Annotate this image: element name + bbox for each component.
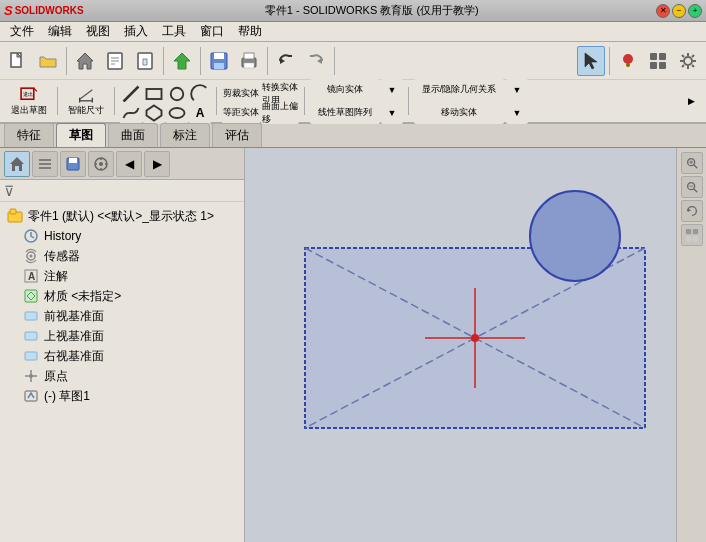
panel-toolbar: ◀ ▶ bbox=[0, 148, 244, 180]
maximize-button[interactable]: + bbox=[688, 4, 702, 18]
toolbar-separator5 bbox=[334, 47, 335, 75]
menu-file[interactable]: 文件 bbox=[4, 21, 40, 42]
save-button[interactable] bbox=[205, 46, 233, 76]
offset-button[interactable]: 等距实体 bbox=[222, 102, 260, 124]
ellipse-tool[interactable] bbox=[166, 102, 188, 124]
show-hide-button[interactable]: 显示/隐除几何关系 bbox=[414, 79, 504, 101]
minimize-button[interactable]: − bbox=[672, 4, 686, 18]
top-plane-label: 上视基准面 bbox=[44, 328, 104, 345]
settings-button[interactable] bbox=[674, 46, 702, 76]
svg-marker-37 bbox=[10, 157, 24, 171]
tab-evaluate[interactable]: 评估 bbox=[212, 123, 262, 147]
panel-list-button[interactable] bbox=[32, 151, 58, 177]
titlebar: S SOLIDWORKS 零件1 - SOLIDWORKS 教育版 (仅用于教学… bbox=[0, 0, 706, 22]
tree-item-right-plane[interactable]: 右视基准面 bbox=[2, 346, 242, 366]
document-button1[interactable] bbox=[101, 46, 129, 76]
menu-edit[interactable]: 编辑 bbox=[42, 21, 78, 42]
move-entity-button[interactable]: 移动实体 bbox=[414, 102, 504, 124]
tree-item-origin[interactable]: 原点 bbox=[2, 366, 242, 386]
document-button2[interactable] bbox=[131, 46, 159, 76]
tab-dimension[interactable]: 标注 bbox=[160, 123, 210, 147]
svg-line-77 bbox=[693, 189, 697, 193]
traffic-light[interactable] bbox=[614, 46, 642, 76]
toolbar-separator3 bbox=[200, 47, 201, 75]
array-dropdown[interactable]: ▼ bbox=[381, 102, 403, 124]
tree-item-history[interactable]: History bbox=[2, 226, 242, 246]
viewport[interactable] bbox=[245, 148, 706, 542]
svg-rect-57 bbox=[25, 312, 37, 320]
home-button[interactable] bbox=[71, 46, 99, 76]
material-icon bbox=[22, 287, 40, 305]
polygon-tool[interactable] bbox=[143, 102, 165, 124]
exit-sketch-button[interactable]: 退出 退出草图 bbox=[4, 82, 54, 120]
redo-button[interactable] bbox=[302, 46, 330, 76]
mirror-dropdown[interactable]: ▼ bbox=[381, 79, 403, 101]
tree-item-sensor[interactable]: 传感器 bbox=[2, 246, 242, 266]
sensor-label: 传感器 bbox=[44, 248, 80, 265]
grid-button[interactable] bbox=[644, 46, 672, 76]
panel-next-button[interactable]: ▶ bbox=[144, 151, 170, 177]
toolbar-separator4 bbox=[267, 47, 268, 75]
linear-array-button[interactable]: 线性草图阵列 bbox=[310, 102, 380, 124]
svg-rect-20 bbox=[650, 53, 657, 60]
tab-sketch[interactable]: 草图 bbox=[56, 123, 106, 147]
tree-root-label: 零件1 (默认) <<默认>_显示状态 1> bbox=[28, 208, 214, 225]
tab-surface[interactable]: 曲面 bbox=[108, 123, 158, 147]
move-dropdown[interactable]: ▼ bbox=[506, 102, 528, 124]
navigate-button[interactable] bbox=[168, 46, 196, 76]
annotation-icon: A bbox=[22, 267, 40, 285]
sketch-sep5 bbox=[408, 87, 409, 115]
svg-point-19 bbox=[626, 63, 630, 67]
svg-rect-33 bbox=[147, 89, 162, 99]
tree-item-annotation[interactable]: A 注解 bbox=[2, 266, 242, 286]
toolbar-separator6 bbox=[609, 47, 610, 75]
text-tool[interactable]: A bbox=[189, 102, 211, 124]
print-button[interactable] bbox=[235, 46, 263, 76]
surface-offset-button[interactable]: 曲面上偏移 bbox=[261, 102, 299, 124]
spline-tool[interactable] bbox=[120, 102, 142, 124]
tree-item-top-plane[interactable]: 上视基准面 bbox=[2, 326, 242, 346]
toolbar-separator2 bbox=[163, 47, 164, 75]
show-dropdown[interactable]: ▼ bbox=[506, 79, 528, 101]
annotation-label: 注解 bbox=[44, 268, 68, 285]
svg-marker-17 bbox=[585, 53, 597, 69]
smart-dim-button[interactable]: 智能尺寸 bbox=[61, 82, 111, 120]
menu-help[interactable]: 帮助 bbox=[232, 21, 268, 42]
sketch1-icon bbox=[22, 387, 40, 405]
svg-marker-8 bbox=[174, 53, 190, 69]
open-button[interactable] bbox=[34, 46, 62, 76]
tree-item-material[interactable]: 材质 <未指定> bbox=[2, 286, 242, 306]
panel-save-button[interactable] bbox=[60, 151, 86, 177]
menu-insert[interactable]: 插入 bbox=[118, 21, 154, 42]
close-button[interactable]: ✕ bbox=[656, 4, 670, 18]
tree-item-front-plane[interactable]: 前视基准面 bbox=[2, 306, 242, 326]
svg-point-18 bbox=[623, 54, 633, 64]
tab-features[interactable]: 特征 bbox=[4, 123, 54, 147]
svg-marker-15 bbox=[280, 58, 285, 64]
menu-tools[interactable]: 工具 bbox=[156, 21, 192, 42]
view-options[interactable] bbox=[681, 224, 703, 246]
rotate-view[interactable] bbox=[681, 200, 703, 222]
svg-rect-58 bbox=[25, 332, 37, 340]
svg-rect-59 bbox=[25, 352, 37, 360]
tree-root[interactable]: 零件1 (默认) <<默认>_显示状态 1> bbox=[2, 206, 242, 226]
menu-view[interactable]: 视图 bbox=[80, 21, 116, 42]
tab-bar: 特征 草图 曲面 标注 评估 bbox=[0, 124, 706, 148]
zoom-to-fit[interactable] bbox=[681, 152, 703, 174]
menu-window[interactable]: 窗口 bbox=[194, 21, 230, 42]
history-label: History bbox=[44, 229, 81, 243]
svg-text:退出: 退出 bbox=[23, 91, 33, 97]
toolbar-expand[interactable]: ▶ bbox=[680, 90, 702, 112]
tree-item-sketch1[interactable]: (-) 草图1 bbox=[2, 386, 242, 406]
new-button[interactable] bbox=[4, 46, 32, 76]
panel-target-button[interactable] bbox=[88, 151, 114, 177]
front-plane-icon bbox=[22, 307, 40, 325]
panel-home-button[interactable] bbox=[4, 151, 30, 177]
undo-button[interactable] bbox=[272, 46, 300, 76]
svg-rect-14 bbox=[244, 63, 254, 68]
svg-rect-22 bbox=[650, 62, 657, 69]
zoom-in[interactable] bbox=[681, 176, 703, 198]
cursor-button[interactable] bbox=[577, 46, 605, 76]
mirror-button[interactable]: 镜向实体 bbox=[310, 79, 380, 101]
panel-prev-button[interactable]: ◀ bbox=[116, 151, 142, 177]
